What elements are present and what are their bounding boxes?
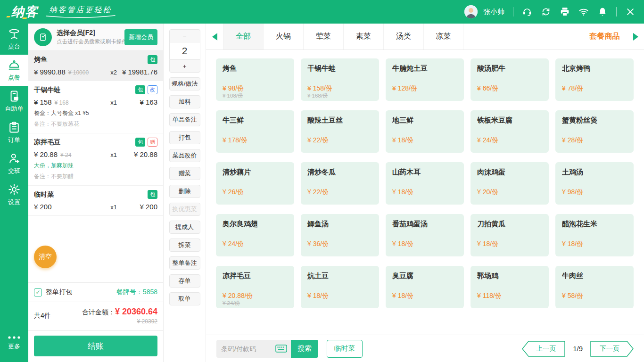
menu-item-card[interactable]: 牛三鲜¥ 178/份 bbox=[216, 110, 294, 153]
order-item[interactable]: 凉拌毛豆包赠¥ 20.88¥ 24x1¥ 20.88大份，加麻加辣备注：不要加醋 bbox=[28, 133, 163, 186]
clear-wrap: 清空 bbox=[28, 239, 163, 282]
action-button-加料[interactable]: 加料 bbox=[169, 95, 200, 108]
action-button-存单[interactable]: 存单 bbox=[169, 274, 200, 288]
tag-gift: 赠 bbox=[148, 138, 157, 147]
barcode-input[interactable] bbox=[221, 345, 273, 353]
menu-item-card[interactable]: 凉拌毛豆¥ 20.88/份¥ 24/份 bbox=[216, 266, 294, 308]
menu-item-card[interactable]: 干锅牛蛙¥ 158/份¥ 168/份 bbox=[301, 58, 379, 101]
tabs-prev-arrow-icon[interactable] bbox=[206, 24, 223, 49]
add-member-button[interactable]: 新增会员 bbox=[124, 29, 157, 45]
sidebar-item-自助单[interactable]: 自助单 bbox=[0, 86, 28, 117]
order-item-qty: x1 bbox=[110, 99, 117, 106]
menu-item-card[interactable]: 鲫鱼汤¥ 36/份 bbox=[301, 214, 379, 256]
printer-icon[interactable] bbox=[560, 7, 570, 17]
menu-item-name: 山药木耳 bbox=[392, 168, 459, 177]
menu-item-price: ¥ 26/份 bbox=[223, 188, 244, 197]
checkout-button[interactable]: 结账 bbox=[34, 336, 157, 356]
menu-item-card[interactable]: 醋泡花生米¥ 18/份 bbox=[555, 214, 634, 256]
menu-item-card[interactable]: 土鸡汤¥ 98/份 bbox=[555, 162, 634, 205]
action-button-单品备注[interactable]: 单品备注 bbox=[169, 113, 200, 126]
menu-item-card[interactable]: 炕土豆¥ 18/份 bbox=[301, 266, 379, 308]
pack-checkbox[interactable]: ✓ bbox=[34, 288, 42, 296]
action-button-整单备注[interactable]: 整单备注 bbox=[169, 256, 200, 270]
tab-combo[interactable]: 套餐商品 bbox=[582, 24, 627, 49]
action-button-提成人[interactable]: 提成人 bbox=[169, 221, 200, 234]
order-item-name: 烤鱼 bbox=[34, 56, 47, 64]
qty-minus-button[interactable]: − bbox=[169, 29, 200, 42]
action-button-删除[interactable]: 删除 bbox=[169, 185, 200, 198]
menu-item-card[interactable]: 酸辣土豆丝¥ 22/份 bbox=[301, 110, 379, 153]
sidebar-item-桌台[interactable]: 桌台 bbox=[0, 24, 28, 55]
menu-item-price: ¥ 18/份 bbox=[477, 240, 498, 248]
action-button-拆菜[interactable]: 拆菜 bbox=[169, 239, 200, 252]
action-button-规格/做法[interactable]: 规格/做法 bbox=[169, 77, 200, 90]
tab-素菜[interactable]: 素菜 bbox=[343, 24, 383, 49]
order-item-note-line: 备注：不要加醋 bbox=[34, 173, 157, 181]
order-panel: 选择会员[F2] 点击进行会员搜索或刷卡操作 新增会员 烤鱼包¥ 9990.88… bbox=[28, 24, 164, 362]
order-item[interactable]: 烤鱼包¥ 9990.88¥ 10000x2¥ 19981.76 bbox=[28, 51, 163, 81]
action-button-打包[interactable]: 打包 bbox=[169, 131, 200, 144]
sidebar-more-label: 更多 bbox=[8, 342, 20, 351]
order-item-total: ¥ 20.88 bbox=[117, 150, 157, 158]
wifi-icon[interactable] bbox=[578, 7, 589, 17]
tab-火锅[interactable]: 火锅 bbox=[263, 24, 303, 49]
username[interactable]: 张小帅 bbox=[483, 8, 504, 16]
menu-item-card[interactable]: 地三鲜¥ 18/份 bbox=[386, 110, 464, 153]
next-page-button[interactable]: 下一页 bbox=[590, 341, 634, 357]
menu-item-card[interactable]: 牛肉丝¥ 58/份 bbox=[555, 266, 634, 308]
member-bar[interactable]: 选择会员[F2] 点击进行会员搜索或刷卡操作 新增会员 bbox=[28, 24, 163, 51]
order-item-original-price: ¥ 10000 bbox=[68, 69, 89, 76]
order-item-tags: 包 bbox=[148, 190, 157, 199]
menu-item-name: 凉拌毛豆 bbox=[223, 272, 289, 280]
topbar: 纳客 纳客管店更轻松 张小帅 bbox=[0, 0, 644, 24]
pack-label: 整单打包 bbox=[46, 288, 72, 296]
order-item[interactable]: 临时菜包¥ 200x1¥ 200 bbox=[28, 186, 163, 216]
tab-全部[interactable]: 全部 bbox=[223, 24, 263, 49]
sidebar-item-more[interactable]: 更多 bbox=[0, 327, 28, 358]
clear-order-button[interactable]: 清空 bbox=[34, 246, 57, 268]
menu-item-card[interactable]: 酸汤肥牛¥ 66/份 bbox=[471, 58, 549, 101]
bell-icon[interactable] bbox=[597, 7, 608, 17]
tabs-next-arrow-icon[interactable] bbox=[627, 24, 644, 49]
action-button-赠菜[interactable]: 赠菜 bbox=[169, 167, 200, 180]
order-item-price: ¥ 200 bbox=[34, 203, 52, 211]
close-icon[interactable] bbox=[625, 7, 636, 17]
action-button-取单[interactable]: 取单 bbox=[169, 292, 200, 305]
temp-dish-button[interactable]: 临时菜 bbox=[327, 340, 363, 358]
tab-凉菜[interactable]: 凉菜 bbox=[423, 24, 463, 49]
menu-item-card[interactable]: 臭豆腐¥ 18/份 bbox=[386, 266, 464, 308]
menu-item-card[interactable]: 肉沫鸡蛋¥ 20/份 bbox=[471, 162, 549, 205]
menu-item-card[interactable]: 北京烤鸭¥ 78/份 bbox=[555, 58, 634, 101]
menu-item-card[interactable]: 郭场鸡¥ 118/份 bbox=[471, 266, 549, 308]
menu-item-card[interactable]: 清炒冬瓜¥ 22/份 bbox=[301, 162, 379, 205]
sidebar: 桌台点餐自助单订单交班设置更多 bbox=[0, 24, 28, 362]
action-button-菜品改价[interactable]: 菜品改价 bbox=[169, 149, 200, 162]
sidebar-item-交班[interactable]: 交班 bbox=[0, 148, 28, 179]
menu-item-card[interactable]: 奥尔良鸡翅¥ 24/份 bbox=[216, 214, 294, 256]
menu-item-card[interactable]: 蟹黄粉丝煲¥ 28/份 bbox=[555, 110, 634, 153]
order-item[interactable]: 干锅牛蛙包改¥ 158¥ 168x1¥ 163餐盒：大号餐盒 x1 ¥5备注：不… bbox=[28, 81, 163, 133]
divider bbox=[616, 7, 617, 16]
menu-item-card[interactable]: 烤鱼¥ 98/份¥ 108/份 bbox=[216, 58, 294, 101]
menu-item-card[interactable]: 番茄鸡蛋汤¥ 18/份 bbox=[386, 214, 464, 256]
sidebar-item-点餐[interactable]: 点餐 bbox=[0, 55, 28, 86]
menu-item-card[interactable]: 牛腩炖土豆¥ 128/份 bbox=[386, 58, 464, 101]
sidebar-item-订单[interactable]: 订单 bbox=[0, 117, 28, 148]
divider bbox=[513, 7, 513, 16]
service-icon[interactable] bbox=[522, 7, 532, 17]
prev-page-button[interactable]: 上一页 bbox=[522, 341, 565, 357]
keyboard-icon[interactable] bbox=[275, 345, 287, 353]
sidebar-item-设置[interactable]: 设置 bbox=[0, 179, 28, 210]
menu-item-card[interactable]: 清炒藕片¥ 26/份 bbox=[216, 162, 294, 205]
search-button[interactable]: 搜索 bbox=[291, 340, 318, 358]
menu-item-name: 清炒藕片 bbox=[223, 168, 289, 177]
qty-plus-button[interactable]: + bbox=[169, 59, 200, 73]
menu-item-card[interactable]: 铁板米豆腐¥ 24/份 bbox=[471, 110, 549, 153]
tab-荤菜[interactable]: 荤菜 bbox=[303, 24, 343, 49]
menu-item-card[interactable]: 山药木耳¥ 18/份 bbox=[386, 162, 464, 205]
prev-page-label: 上一页 bbox=[522, 341, 565, 357]
menu-item-card[interactable]: 刀拍黄瓜¥ 18/份 bbox=[471, 214, 549, 256]
tab-汤类[interactable]: 汤类 bbox=[383, 24, 423, 49]
avatar[interactable] bbox=[464, 5, 478, 18]
sync-icon[interactable] bbox=[541, 7, 551, 17]
